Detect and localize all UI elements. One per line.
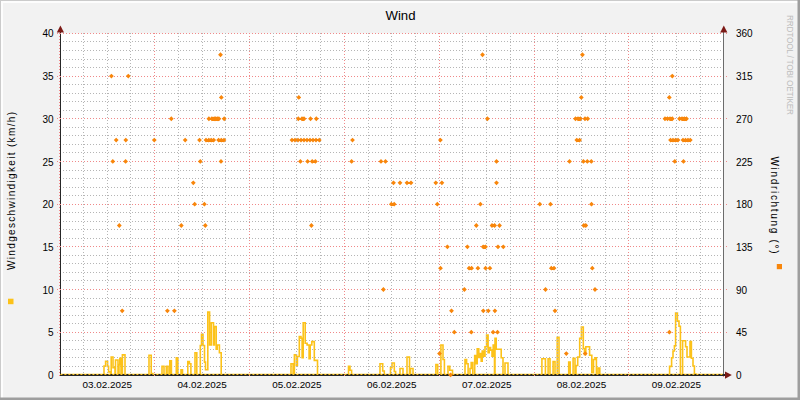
svg-text:45: 45	[736, 327, 748, 338]
svg-text:RRDTOOL / TOBI OETIKER: RRDTOOL / TOBI OETIKER	[785, 15, 794, 115]
svg-text:5: 5	[48, 327, 54, 338]
svg-text:180: 180	[736, 199, 753, 210]
svg-text:06.02.2025: 06.02.2025	[367, 379, 417, 390]
svg-text:25: 25	[42, 157, 54, 168]
svg-text:Windrichtung (°): Windrichtung (°)	[769, 157, 780, 254]
svg-text:40: 40	[42, 28, 54, 39]
svg-text:270: 270	[736, 114, 753, 125]
svg-text:Windgeschwindigkeit (km/h): Windgeschwindigkeit (km/h)	[6, 112, 17, 270]
svg-text:0: 0	[48, 370, 54, 381]
svg-text:04.02.2025: 04.02.2025	[177, 379, 227, 390]
svg-text:10: 10	[42, 285, 54, 296]
svg-text:315: 315	[736, 71, 753, 82]
svg-text:08.02.2025: 08.02.2025	[557, 379, 607, 390]
svg-text:90: 90	[736, 285, 748, 296]
svg-text:15: 15	[42, 242, 54, 253]
svg-text:0: 0	[736, 370, 742, 381]
svg-text:360: 360	[736, 28, 753, 39]
svg-text:05.02.2025: 05.02.2025	[272, 379, 322, 390]
svg-text:03.02.2025: 03.02.2025	[82, 379, 132, 390]
svg-text:30: 30	[42, 114, 54, 125]
svg-text:Wind: Wind	[385, 8, 415, 23]
svg-text:35: 35	[42, 71, 54, 82]
svg-text:225: 225	[736, 157, 753, 168]
svg-text:09.02.2025: 09.02.2025	[652, 379, 702, 390]
svg-text:20: 20	[42, 199, 54, 210]
svg-text:07.02.2025: 07.02.2025	[462, 379, 512, 390]
svg-text:135: 135	[736, 242, 753, 253]
